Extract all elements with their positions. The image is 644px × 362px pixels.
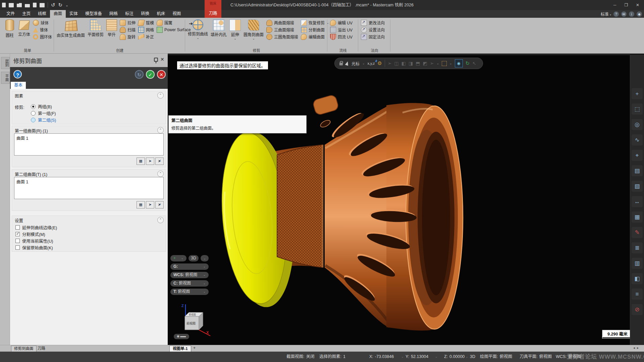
active-selection-tool-icon[interactable]: ◉	[455, 59, 463, 67]
manager-tab-planes[interactable]: 平面	[1, 72, 10, 84]
feedback-icon[interactable]: ✉	[621, 11, 627, 17]
tab-wireframe[interactable]: 线框	[34, 10, 50, 18]
close-button[interactable]: ✕	[632, 0, 643, 10]
group1-surface-list[interactable]: 曲面 1	[14, 133, 164, 156]
tab-file[interactable]: 文件	[3, 10, 18, 18]
redo-icon[interactable]: ↻	[58, 2, 63, 8]
quickmask-splines-icon[interactable]: ∿	[632, 134, 643, 145]
chevron-down-icon[interactable]: ⌄	[436, 62, 439, 65]
y-coordinate[interactable]: Y:52.13004	[406, 352, 428, 362]
help-button[interactable]: ?	[13, 70, 22, 78]
chevron-down-icon[interactable]: ⌄	[362, 62, 365, 65]
ribbon-button-extrude[interactable]: 拉伸	[118, 19, 137, 26]
manager-tab-levels[interactable]: 层别	[1, 57, 10, 69]
quickmask-arcs-icon[interactable]: ◎	[632, 119, 643, 130]
tab-view[interactable]: 视图	[169, 10, 184, 18]
chevron-down-icon[interactable]: ⌄	[449, 62, 452, 65]
ribbon-button-change-normal[interactable]: 更改法向	[360, 19, 386, 26]
refresh-selection-icon[interactable]: ↻	[466, 60, 470, 66]
xyz-entry-button[interactable]: x,y,z	[368, 61, 375, 65]
window-select-icon[interactable]	[442, 61, 447, 66]
lock-icon[interactable]	[339, 63, 343, 65]
view-mode-3d-button[interactable]: 3D	[189, 255, 199, 261]
ribbon-button-fill-holes[interactable]: 填补内孔	[209, 18, 228, 37]
collapse-chevron-icon[interactable]: ⌃	[157, 171, 164, 177]
list-item[interactable]: 曲面 1	[16, 180, 28, 184]
select-validate-icon[interactable]: ◫	[394, 61, 399, 66]
customize-qat-icon[interactable]: ⌄	[65, 3, 68, 7]
quickmask-clear-icon[interactable]: ⊘	[632, 304, 643, 315]
radio-second-group[interactable]: 第二组(S)	[31, 117, 56, 123]
select-solid-edge-icon[interactable]: ⬒	[416, 61, 420, 66]
ribbon-button-split-surface[interactable]: 分割曲面	[300, 26, 330, 33]
tab-drafting[interactable]: 标注	[121, 10, 137, 18]
ribbon-button-net[interactable]: 网格	[137, 26, 155, 33]
panel-tab-toolpaths[interactable]: 刀路	[35, 346, 48, 351]
tab-basic[interactable]: 基本	[11, 82, 26, 89]
quickmask-drafting-icon[interactable]: ↔	[632, 196, 643, 207]
panel-close-icon[interactable]: ✕	[160, 57, 164, 62]
cursor-mode-dropdown[interactable]: 光标	[352, 61, 360, 66]
select-solid-body-icon[interactable]: ◨	[409, 61, 413, 66]
ribbon-button-planar-trim[interactable]: 平面修剪	[86, 18, 105, 37]
tab-home[interactable]: 主页	[18, 10, 34, 18]
select-solid-face-icon[interactable]: ◧	[401, 61, 406, 66]
ribbon-button-fix-normal[interactable]: 固定法向	[360, 33, 386, 40]
ribbon-button-reflow-uv[interactable]: 回流 UV	[329, 33, 354, 40]
apply-button[interactable]: ↻	[135, 70, 144, 79]
select-solid-back-icon[interactable]: ◩	[423, 61, 427, 66]
gview-dropdown[interactable]: G: ⌄	[170, 263, 209, 270]
add-selection-button[interactable]: ➤	[146, 158, 154, 165]
select-last-icon[interactable]: ➣	[388, 61, 392, 66]
section-view-status[interactable]: 截面视图:关闭	[286, 352, 315, 362]
ribbon-style-dropdown[interactable]: 标准 ▾	[601, 11, 611, 17]
quickmask-surfaces-icon[interactable]: ▤	[632, 165, 643, 176]
ribbon-button-edit-surface[interactable]: 编辑曲面	[300, 33, 330, 40]
cancel-button[interactable]: ✕	[157, 70, 166, 79]
undo-icon[interactable]: ↺	[51, 2, 55, 8]
add-viewsheet-button[interactable]: +	[193, 346, 196, 350]
ribbon-button-untrim[interactable]: 恢复修剪⌄	[300, 19, 330, 26]
graphics-viewport[interactable]: 通过选择要修剪的曲面指示要保留的区域。 光标 ⌄ x,y,z ⚙ ➣ ◫ ◧ ◨…	[168, 55, 630, 345]
chevron-down-icon[interactable]: ⌄	[466, 352, 468, 362]
list-item[interactable]: 曲面 1	[16, 136, 28, 141]
edit-document-icon[interactable]	[33, 3, 37, 7]
print-icon[interactable]	[25, 4, 30, 7]
quickmask-groups-icon[interactable]: ▥	[632, 258, 643, 269]
quickmask-planes-icon[interactable]: ◧	[632, 273, 643, 284]
pin-document-icon[interactable]	[40, 3, 45, 7]
undo-selection-icon[interactable]: ↖	[472, 61, 476, 66]
radio-both-groups[interactable]: 两组(B)	[31, 103, 52, 110]
open-file-icon[interactable]	[17, 3, 22, 7]
tplane-dropdown[interactable]: T: 俯视图⌄	[170, 289, 209, 295]
x-coordinate[interactable]: X:-73.03846	[369, 352, 394, 362]
mode-3d-toggle[interactable]: 3D	[470, 352, 475, 362]
panel-tab-trim-to-surfaces[interactable]: 修剪到曲面	[11, 346, 37, 352]
radio-first-group[interactable]: 第一组(F)	[31, 110, 56, 116]
quickmask-select-all-icon[interactable]: +	[632, 88, 643, 99]
select-mode-icon[interactable]: ➣	[430, 61, 434, 66]
maximize-button[interactable]: ❐	[621, 0, 632, 10]
view-options-dropdown[interactable]: ⌄	[201, 255, 209, 261]
add-view-dropdown[interactable]: +⌄	[170, 255, 186, 261]
ribbon-button-sweep[interactable]: 扫描	[118, 26, 137, 33]
model-3d[interactable]	[168, 55, 630, 345]
viewsheet-nav-arrows[interactable]: ◂▸	[633, 346, 641, 350]
save-icon[interactable]	[9, 3, 14, 7]
tab-machine[interactable]: 机床	[153, 10, 169, 18]
ribbon-button-draft[interactable]: 拔模	[137, 19, 155, 26]
part-knurled-band[interactable]	[277, 145, 323, 267]
help-icon[interactable]: ?	[613, 11, 619, 17]
reselect-all-button[interactable]: ▦	[137, 158, 145, 165]
info-icon[interactable]: i	[629, 11, 634, 17]
collapse-chevron-icon[interactable]: ⌃	[157, 217, 164, 223]
quickmask-solids-icon[interactable]: ▧	[632, 181, 643, 192]
ribbon-button-loft[interactable]: 举升	[105, 18, 118, 37]
part-ear-tab[interactable]	[312, 94, 339, 128]
chevron-down-icon[interactable]: ⌄	[435, 352, 438, 362]
collapse-chevron-icon[interactable]: ⌃	[157, 92, 164, 99]
tab-surfaces[interactable]: 曲面	[50, 10, 66, 18]
ribbon-button-cube[interactable]: 立方体	[17, 18, 32, 37]
cplane-status[interactable]: 绘图平面:俯视图	[480, 352, 512, 362]
viewsheet-tab[interactable]: 视图单-1	[169, 346, 191, 352]
